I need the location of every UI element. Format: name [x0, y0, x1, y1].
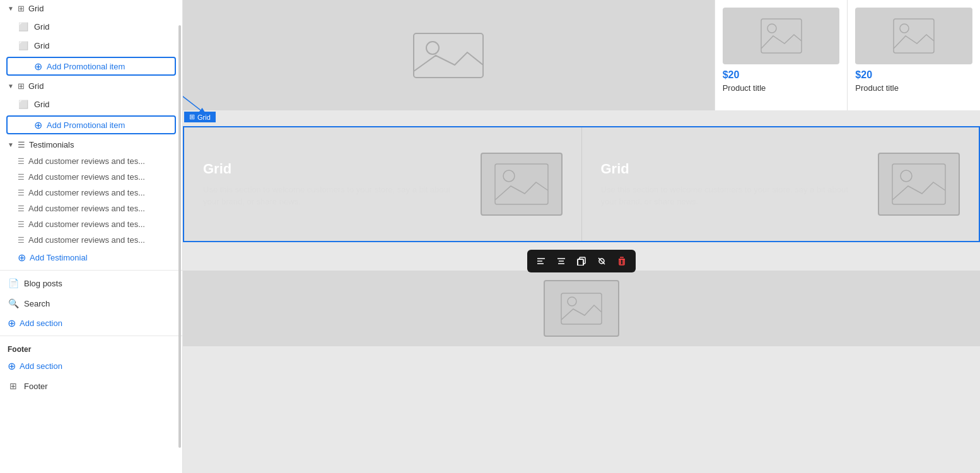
crop-icon-3: ⬜: [18, 98, 29, 110]
top-products: $20 Product title $20 Product title: [715, 0, 980, 110]
lines-icon-3: ☰: [18, 189, 25, 197]
product-price-1: $20: [723, 69, 840, 81]
toolbar-btn-align-center[interactable]: [552, 252, 570, 270]
chevron-down-icon-3: ▼: [8, 141, 14, 148]
product-card-2[interactable]: $20 Product title: [847, 0, 980, 110]
svg-point-5: [900, 24, 909, 33]
scrollbar[interactable]: [178, 25, 181, 448]
sidebar-group-grid-2[interactable]: ▼ ⊞ Grid: [0, 78, 182, 95]
search-icon: 🔍: [8, 298, 19, 309]
divider-1: [0, 270, 182, 271]
grid-cell-desc-2: Use this section to welcome customers to…: [601, 184, 866, 208]
testimonial-item-1[interactable]: ☰ Add customer reviews and tes...: [0, 153, 182, 169]
lines-icon-1: ☰: [18, 157, 25, 166]
product-img-placeholder-2: [892, 17, 936, 55]
grid-placeholder-svg-1: [493, 162, 550, 206]
grid-cell-title-2: Grid: [601, 161, 866, 177]
sidebar-item-grid-2a[interactable]: ⬜ Grid: [0, 95, 182, 114]
svg-rect-0: [414, 33, 483, 78]
testimonial-item-4[interactable]: ☰ Add customer reviews and tes...: [0, 201, 182, 216]
add-promotional-item-btn-2[interactable]: ⊕ Add Promotional item: [6, 115, 176, 134]
grid-cell-desc-1: Use this section to welcome customers to…: [203, 184, 468, 208]
product-price-2: $20: [855, 69, 972, 81]
testimonial-item-3[interactable]: ☰ Add customer reviews and tes...: [0, 185, 182, 201]
toolbar-btn-delete[interactable]: [613, 252, 631, 270]
placeholder-image-icon: [411, 30, 486, 81]
grid-label-tag: ⊞ Grid: [184, 112, 216, 122]
sidebar: ▼ ⊞ Grid ⬜ Grid ⬜ Grid ⊕ Add Promotional…: [0, 0, 183, 473]
crop-icon: ⬜: [18, 21, 29, 32]
below-placeholder-svg: [559, 291, 604, 326]
grid-cell-2[interactable]: Grid Use this section to welcome custome…: [582, 127, 979, 241]
sidebar-item-footer[interactable]: ⊞ Footer: [0, 376, 182, 396]
svg-rect-22: [619, 259, 624, 265]
grid-section-area: ⊞ Grid Grid Use this section to welcome …: [183, 110, 980, 242]
plus-icon-section-2: ⊕: [8, 360, 16, 372]
svg-point-1: [426, 42, 439, 54]
add-section-btn-2[interactable]: ⊕ Add section: [0, 356, 182, 376]
sidebar-item-grid-1b[interactable]: ⬜ Grid: [0, 36, 182, 55]
footer-icon: ⊞: [8, 380, 19, 392]
testimonials-icon: ☰: [18, 140, 25, 149]
toolbar-btn-hide[interactable]: [593, 252, 610, 270]
footer-section-label: Footer: [0, 339, 182, 356]
toolbar-btn-copy[interactable]: [573, 252, 590, 270]
add-section-btn-1[interactable]: ⊕ Add section: [0, 313, 182, 333]
grid-img-2: [878, 153, 960, 216]
product-title-2: Product title: [855, 83, 972, 93]
testimonial-item-5[interactable]: ☰ Add customer reviews and tes...: [0, 216, 182, 232]
toolbar-btn-align-left[interactable]: [532, 252, 550, 270]
chevron-down-icon-2: ▼: [8, 83, 14, 90]
svg-rect-7: [495, 164, 548, 204]
add-promotional-item-btn-1[interactable]: ⊕ Add Promotional item: [6, 57, 176, 76]
grid-cell-title-1: Grid: [203, 161, 468, 177]
top-section: $20 Product title $20 Product title: [183, 0, 980, 110]
svg-point-24: [568, 297, 576, 306]
sidebar-item-blog-posts[interactable]: 📄 Blog posts: [0, 273, 182, 293]
lines-icon-6: ☰: [18, 236, 25, 245]
sidebar-group-testimonials[interactable]: ▼ ☰ Testimonials: [0, 136, 182, 153]
grid-icon-2: ⊞: [18, 81, 25, 91]
svg-point-10: [901, 170, 912, 182]
sidebar-group-grid-1[interactable]: ▼ ⊞ Grid: [0, 0, 182, 17]
grid-cell-text-2: Grid Use this section to welcome custome…: [601, 161, 866, 208]
blog-icon: 📄: [8, 277, 19, 289]
toolbar-area: Grid: [183, 242, 980, 271]
lines-icon-2: ☰: [18, 173, 25, 182]
below-section: [183, 271, 980, 346]
grid-img-1: [481, 153, 563, 216]
svg-point-3: [767, 24, 776, 33]
below-section-placeholder: [544, 280, 619, 337]
grid-cell-text-1: Grid Use this section to welcome custome…: [203, 161, 468, 208]
top-image-placeholder: [183, 0, 715, 110]
chevron-down-icon: ▼: [8, 5, 14, 12]
svg-rect-23: [561, 293, 602, 324]
product-image-2: [855, 8, 972, 64]
svg-point-8: [503, 170, 515, 182]
lines-icon-4: ☰: [18, 204, 25, 213]
toolbar-popup: [527, 250, 636, 272]
grid-placeholder-svg-2: [890, 162, 947, 206]
product-image-1: [723, 8, 840, 64]
plus-icon-testimonial: ⊕: [18, 252, 26, 264]
product-title-1: Product title: [723, 83, 840, 93]
product-img-placeholder-1: [759, 17, 803, 55]
add-testimonial-btn[interactable]: ⊕ Add Testimonial: [0, 248, 182, 267]
product-card-1[interactable]: $20 Product title: [715, 0, 848, 110]
plus-icon-2: ⊕: [33, 120, 43, 130]
plus-icon-section-1: ⊕: [8, 317, 16, 329]
svg-rect-18: [578, 259, 583, 266]
crop-icon-2: ⬜: [18, 40, 29, 51]
main-canvas: $20 Product title $20 Product title: [183, 0, 980, 473]
testimonial-item-2[interactable]: ☰ Add customer reviews and tes...: [0, 169, 182, 185]
divider-2: [0, 336, 182, 336]
grid-cell-1[interactable]: Grid Use this section to welcome custome…: [184, 127, 582, 241]
grid-tag-icon: ⊞: [189, 113, 195, 121]
sidebar-item-search[interactable]: 🔍 Search: [0, 293, 182, 313]
sidebar-item-grid-1a[interactable]: ⬜ Grid: [0, 17, 182, 36]
svg-rect-9: [892, 164, 945, 204]
grid-section[interactable]: Grid Use this section to welcome custome…: [183, 126, 980, 242]
grid-icon: ⊞: [18, 4, 25, 13]
canvas-area: $20 Product title $20 Product title: [183, 0, 980, 473]
testimonial-item-6[interactable]: ☰ Add customer reviews and tes...: [0, 232, 182, 248]
